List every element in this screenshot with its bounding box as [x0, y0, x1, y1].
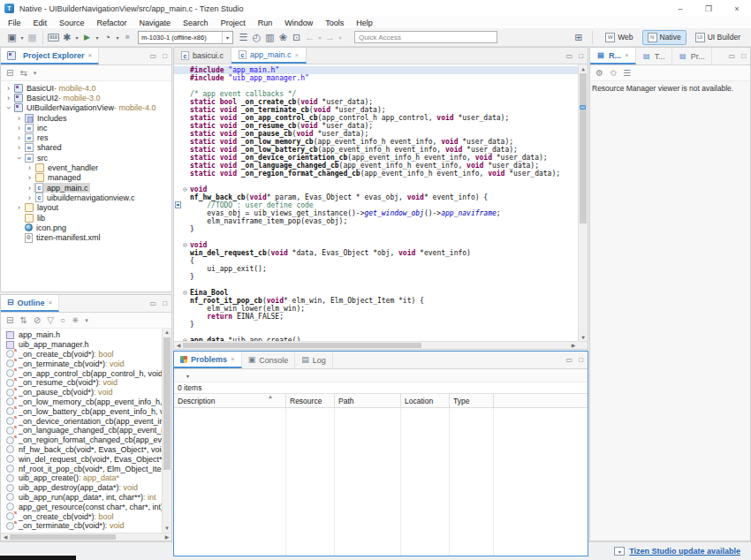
scrollbar-thumb[interactable] [163, 337, 171, 470]
update-link[interactable]: Tizen Studio update available [629, 547, 740, 556]
close-tab-icon[interactable]: × [88, 51, 93, 59]
device-manager-button[interactable]: ⊡ [290, 30, 303, 45]
tab-tizen[interactable]: ▤T... [636, 48, 672, 64]
tab-resource-manager[interactable]: ▤R...× [590, 48, 636, 64]
minimize-panel-icon[interactable]: ▭ [729, 52, 736, 60]
expand-arrow-icon[interactable]: › [15, 133, 23, 142]
outline-item[interactable]: _on_language_changed_cb(app_event_info_h… [1, 426, 171, 435]
menu-project[interactable]: Project [215, 19, 252, 27]
problems-table-body[interactable] [174, 408, 588, 556]
outline-item[interactable]: uib_app_run(app_data*, int, char**) : in… [1, 493, 171, 503]
tree-item[interactable]: ⚙tizen-manifest.xml [1, 232, 171, 242]
sort-icon[interactable]: ⇅ [19, 316, 27, 325]
minimize-window-icon[interactable]: – [666, 0, 694, 17]
tree-item[interactable]: ›layout [1, 203, 171, 213]
tree-item[interactable]: ›cuibuildernavigationview.c [1, 193, 171, 202]
view-menu-icon[interactable]: ▾ [85, 317, 88, 323]
expand-arrow-icon[interactable]: › [26, 163, 34, 172]
outline-item[interactable]: _on_create_cb(void*) : bool [1, 350, 171, 359]
outline-item[interactable]: _on_terminate_cb(void*) : void [1, 521, 171, 531]
outline-item[interactable]: _on_region_format_changed_cb(app_event_i… [1, 435, 171, 445]
perspective-button-native[interactable]: NNative [642, 30, 687, 45]
expand-arrow-icon[interactable]: › [26, 184, 34, 193]
filters-icon[interactable]: ✳ [72, 316, 79, 325]
expand-arrow-icon[interactable]: › [15, 143, 23, 152]
debug-dropdown-icon[interactable]: ▾ [73, 34, 80, 41]
settings-gear-icon[interactable]: ⚙ [595, 69, 603, 78]
view-menu-icon[interactable]: ▾ [34, 70, 37, 76]
column-header-location[interactable]: Location [401, 394, 450, 407]
tree-item[interactable]: ›BasicUI - mobile-4.0 [1, 83, 171, 93]
restore-window-icon[interactable]: ❐ [694, 0, 723, 17]
menu-tools[interactable]: Tools [319, 19, 350, 27]
tree-item[interactable]: ›res [1, 132, 171, 142]
maximize-panel-icon[interactable]: □ [579, 356, 583, 364]
quick-access-input[interactable] [354, 31, 497, 43]
perspective-button-ui-builder[interactable]: UIUI Builder [690, 30, 746, 45]
outline-item[interactable]: uib_app_manager.h [1, 340, 171, 350]
scrollbar-thumb[interactable] [580, 73, 587, 223]
column-header-type[interactable]: Type [450, 394, 494, 407]
close-window-icon[interactable]: × [723, 0, 751, 17]
outline-item[interactable]: nf_hw_back_cb(void*, Evas_Object*, void*… [1, 445, 171, 455]
outline-item[interactable]: _on_low_memory_cb(app_event_info_h, void… [1, 397, 171, 407]
emulator-manager-button[interactable]: ☰ [237, 30, 250, 45]
tree-item[interactable]: ›shared [1, 143, 171, 153]
expand-arrow-icon[interactable]: › [15, 154, 24, 162]
close-tab-icon[interactable]: × [231, 355, 235, 363]
expand-arrow-icon[interactable]: › [15, 203, 23, 212]
outline-item[interactable]: _on_app_control_cb(app_control_h, void*)… [1, 368, 171, 378]
tree-item[interactable]: ›Includes [1, 113, 171, 123]
menu-refactor[interactable]: Refactor [91, 19, 133, 27]
tree-item[interactable]: ›BasicUI2 - mobile-3.0 [1, 93, 171, 102]
forward-button[interactable]: → [323, 30, 337, 45]
collapse-all-icon[interactable]: ⊟ [6, 316, 13, 325]
run-dropdown-icon[interactable]: ▾ [94, 34, 101, 41]
menu-file[interactable]: File [2, 19, 27, 27]
outline-item[interactable]: win_del_request_cb(void*, Evas_Object*, … [1, 454, 171, 464]
tab-problems[interactable]: Problems× [174, 352, 242, 368]
expand-arrow-icon[interactable]: › [4, 84, 12, 93]
device-selector-dropdown-icon[interactable]: ▾ [222, 32, 232, 43]
maximize-panel-icon[interactable]: □ [163, 52, 167, 60]
minimize-panel-icon[interactable]: ▭ [150, 299, 157, 307]
hide-non-public-icon[interactable]: ○ [60, 316, 65, 325]
tab-log[interactable]: ▤Log [295, 352, 333, 368]
outline-horizontal-scrollbar[interactable]: ◀ ▶ [1, 533, 171, 541]
editor-horizontal-scrollbar[interactable]: ◀ ▶ [174, 341, 588, 349]
debug-button[interactable]: ✱ [60, 30, 73, 45]
hide-fields-icon[interactable]: ⊘ [34, 316, 41, 325]
outline-item[interactable]: _on_pause_cb(void*) : void [1, 388, 171, 397]
perspective-button-web[interactable]: WWeb [600, 30, 638, 45]
pin-icon[interactable]: ✩ [610, 69, 617, 78]
menu-window[interactable]: Window [278, 19, 319, 27]
build-project-button[interactable]: 010 [47, 30, 60, 45]
fold-marker-icon[interactable]: ⊖ [181, 241, 189, 249]
close-tab-icon[interactable]: × [295, 51, 300, 59]
tab-project-explorer[interactable]: Project Explorer × [1, 48, 99, 64]
expand-arrow-icon[interactable]: › [15, 124, 23, 132]
expand-arrow-icon[interactable]: › [4, 94, 12, 102]
run-button[interactable]: ▶ [80, 30, 94, 45]
new-wizard-dropdown-icon[interactable]: ▾ [19, 34, 26, 41]
menu-navigate[interactable]: Navigate [133, 19, 178, 27]
link-with-editor-icon[interactable]: ⇆ [19, 69, 27, 78]
new-wizard-button[interactable]: ▣ [5, 30, 19, 45]
maximize-panel-icon[interactable]: □ [579, 52, 583, 60]
minimize-panel-icon[interactable]: ▭ [150, 52, 157, 60]
tree-item[interactable]: ›UIBuilderNavigationView - mobile-4.0 [1, 103, 171, 113]
menu-help[interactable]: Help [350, 19, 379, 27]
column-header-resource[interactable]: Resource [286, 394, 335, 407]
menu-edit[interactable]: Edit [27, 19, 54, 27]
tab-properties[interactable]: ▤Pr... [672, 48, 712, 64]
tab-outline[interactable]: ⊟ Outline × [1, 295, 59, 312]
scrollbar-thumb[interactable] [183, 343, 421, 348]
device-selector-combo[interactable]: m-1030-1 (offline-x86) ▾ [138, 31, 233, 44]
certificate-manager-button[interactable]: ❀ [277, 30, 290, 45]
minimize-panel-icon[interactable]: ▭ [566, 356, 573, 364]
expand-arrow-icon[interactable]: › [26, 173, 34, 182]
forward-dropdown-icon[interactable]: ▾ [337, 34, 344, 41]
outline-item[interactable]: _on_resume_cb(void*) : void [1, 378, 171, 388]
back-dropdown-icon[interactable]: ▾ [316, 34, 323, 41]
column-header-path[interactable]: Path [335, 394, 401, 407]
